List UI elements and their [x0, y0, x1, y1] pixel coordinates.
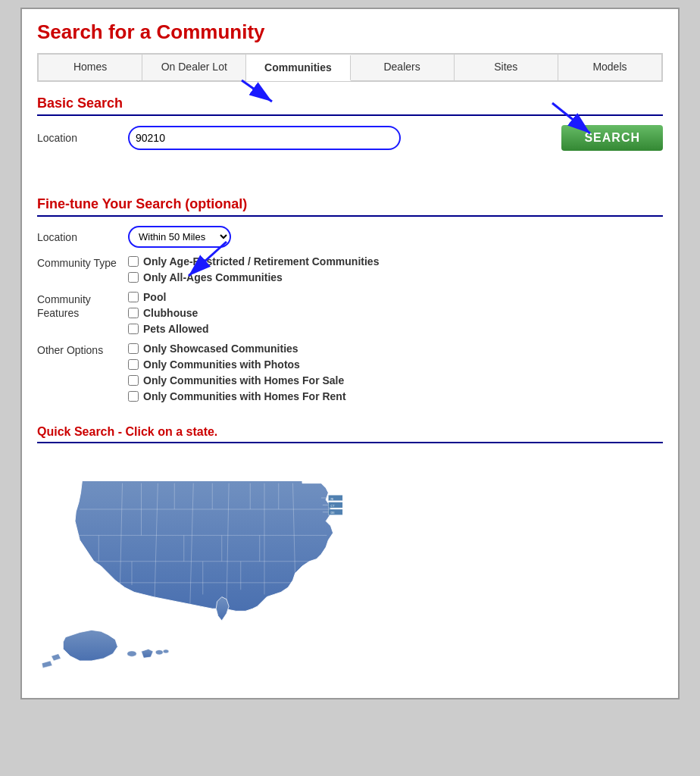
checkbox-age-restricted-label: Only Age-Restricted / Retirement Communi… — [143, 255, 379, 268]
page-container: Search for a Community Homes On Dealer L… — [20, 8, 680, 699]
checkbox-clubhouse-input[interactable] — [128, 308, 139, 318]
community-features-row: CommunityFeatures Pool Clubhouse Pets Al… — [37, 291, 663, 335]
basic-search-title: Basic Search — [37, 95, 663, 111]
checkbox-showcased-input[interactable] — [128, 343, 139, 354]
checkbox-homes-sale-input[interactable] — [128, 375, 139, 386]
checkbox-clubhouse-label: Clubhouse — [143, 307, 198, 319]
svg-point-29 — [127, 651, 137, 657]
checkbox-homes-rent[interactable]: Only Communities with Homes For Rent — [128, 390, 346, 402]
alaska[interactable] — [63, 630, 117, 661]
fine-tune-location-label: Location — [37, 231, 128, 243]
community-features-checkboxes: Pool Clubhouse Pets Allowed — [128, 291, 209, 335]
us-map-svg[interactable]: RI CT DE — [37, 452, 416, 680]
svg-text:RI: RI — [331, 498, 334, 501]
checkbox-photos[interactable]: Only Communities with Photos — [128, 358, 346, 371]
checkbox-photos-label: Only Communities with Photos — [143, 358, 300, 371]
checkbox-showcased[interactable]: Only Showcased Communities — [128, 343, 346, 355]
svg-text:DE: DE — [331, 512, 336, 515]
tab-dealers[interactable]: Dealers — [351, 55, 455, 80]
checkbox-homes-sale[interactable]: Only Communities with Homes For Sale — [128, 374, 346, 386]
checkbox-homes-sale-label: Only Communities with Homes For Sale — [143, 374, 344, 386]
checkbox-showcased-label: Only Showcased Communities — [143, 343, 298, 355]
community-type-label: Community Type — [37, 255, 128, 269]
basic-search-location-row: Location SEARCH — [37, 125, 663, 151]
quick-search-title: Quick Search - Click on a state. — [37, 425, 663, 439]
page-title: Search for a Community — [37, 20, 663, 44]
checkbox-clubhouse[interactable]: Clubhouse — [128, 307, 209, 319]
other-options-label: Other Options — [37, 343, 128, 356]
checkbox-age-restricted-input[interactable] — [128, 256, 139, 267]
basic-search-location-label: Location — [37, 132, 128, 144]
checkbox-pets-label: Pets Allowed — [143, 323, 209, 335]
checkbox-all-ages[interactable]: Only All-Ages Communities — [128, 271, 379, 283]
checkbox-homes-rent-input[interactable] — [128, 391, 139, 402]
checkbox-pool-label: Pool — [143, 291, 166, 303]
tabs-wrapper: Homes On Dealer Lot Communities Dealers … — [37, 53, 663, 82]
community-type-row: Community Type Only Age-Restricted / Ret… — [37, 255, 663, 283]
search-button[interactable]: SEARCH — [561, 125, 663, 151]
distance-select[interactable]: Within 10 Miles Within 25 Miles Within 5… — [128, 226, 231, 248]
fine-tune-section: Fine-tune Your Search (optional) Locatio… — [37, 196, 663, 402]
tab-homes[interactable]: Homes — [39, 55, 142, 80]
florida[interactable] — [216, 597, 229, 621]
checkbox-pets[interactable]: Pets Allowed — [128, 323, 209, 335]
checkbox-all-ages-label: Only All-Ages Communities — [143, 271, 283, 283]
checkbox-pool[interactable]: Pool — [128, 291, 209, 303]
community-type-checkboxes: Only Age-Restricted / Retirement Communi… — [128, 255, 379, 283]
svg-text:CT: CT — [331, 505, 336, 508]
other-options-row: Other Options Only Showcased Communities… — [37, 343, 663, 402]
tab-communities[interactable]: Communities — [246, 55, 350, 81]
location-input[interactable] — [128, 126, 401, 150]
checkbox-homes-rent-label: Only Communities with Homes For Rent — [143, 390, 346, 402]
hawaii-main[interactable] — [142, 649, 154, 658]
tab-models[interactable]: Models — [558, 55, 661, 80]
tab-on-dealer-lot[interactable]: On Dealer Lot — [142, 55, 246, 80]
checkbox-age-restricted[interactable]: Only Age-Restricted / Retirement Communi… — [128, 255, 379, 268]
checkbox-all-ages-input[interactable] — [128, 272, 139, 283]
other-options-checkboxes: Only Showcased Communities Only Communit… — [128, 343, 346, 402]
tabs-row: Homes On Dealer Lot Communities Dealers … — [38, 54, 662, 81]
checkbox-pool-input[interactable] — [128, 292, 139, 302]
checkbox-pets-input[interactable] — [128, 324, 139, 334]
fine-tune-title: Fine-tune Your Search (optional) — [37, 196, 663, 212]
basic-search-section: Basic Search Location SEARCH — [37, 95, 663, 151]
svg-point-31 — [163, 649, 169, 653]
us-map-container[interactable]: RI CT DE — [37, 452, 663, 683]
checkbox-photos-input[interactable] — [128, 359, 139, 370]
fine-tune-location-row: Location Within 10 Miles Within 25 Miles… — [37, 226, 663, 248]
community-features-label: CommunityFeatures — [37, 291, 128, 320]
svg-point-30 — [155, 650, 163, 655]
tab-sites[interactable]: Sites — [455, 55, 558, 80]
quick-search-section: Quick Search - Click on a state. — [37, 425, 663, 683]
